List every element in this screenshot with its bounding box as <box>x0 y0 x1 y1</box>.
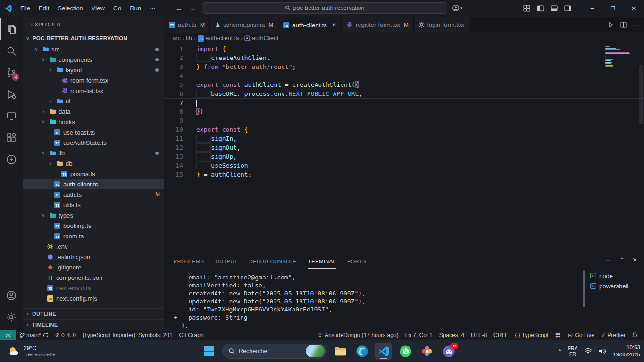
command-center-search[interactable]: poc-better-auth-reservation <box>202 2 447 14</box>
status-problems[interactable]: ⊘ 0 ⚠ 0 <box>55 332 76 338</box>
toggle-secondary-sidebar-icon[interactable] <box>564 5 571 12</box>
code-line-4[interactable]: 4 <box>164 71 644 80</box>
explorer-root-folder[interactable]: ˅ POC-BETTER-AUTH-RESERVATION <box>23 33 164 44</box>
status-language-mode[interactable]: { } TypeScript <box>515 332 548 338</box>
terminal-session-node[interactable]: node <box>586 270 641 281</box>
tree-item-ui[interactable]: ›ui <box>23 96 164 106</box>
tab-login-form.tsx[interactable]: login-form.tsx <box>414 17 469 33</box>
code-line-13[interactable]: 13 signUp, <box>164 152 644 161</box>
panel-tab-terminal[interactable]: TERMINAL <box>308 254 336 269</box>
status-eol[interactable]: CRLF <box>493 332 508 338</box>
activitybar-account[interactable] <box>0 285 23 306</box>
tree-item-auth.ts[interactable]: TSauth.tsM <box>23 189 164 200</box>
profile-dropdown[interactable]: ▾ <box>452 2 463 14</box>
code-line-5[interactable]: 5export const authClient = createAuthCli… <box>164 80 644 89</box>
breadcrumb-item-src[interactable]: src <box>173 35 181 42</box>
menu-more[interactable]: ··· <box>145 3 160 14</box>
taskbar-app-whatsapp[interactable] <box>397 343 414 360</box>
section-timeline[interactable]: ›TIMELINE <box>23 319 164 330</box>
status-git-graph[interactable]: Git Graph <box>179 332 204 338</box>
status-ts-importer[interactable]: [TypeScript Importer]: Symbols: 201 <box>83 332 173 338</box>
terminal-session-powershell[interactable]: powershell <box>586 281 641 291</box>
history-back-icon[interactable]: ← <box>176 4 183 12</box>
activitybar-extensions[interactable] <box>0 127 23 149</box>
tree-item-components.json[interactable]: {}components.json <box>23 272 164 283</box>
code-line-8[interactable]: 8}) <box>164 107 644 116</box>
menu-view[interactable]: View <box>87 3 109 14</box>
tree-item-.eslintrc.json[interactable]: .eslintrc.json <box>23 252 164 262</box>
tab-auth-client.ts[interactable]: TSauth-client.ts✕ <box>278 17 342 33</box>
explorer-more-actions-icon[interactable]: ··· <box>152 22 158 27</box>
taskbar-app-file-explorer[interactable] <box>332 343 349 360</box>
code-line-2[interactable]: 2 createAuthClient <box>164 53 644 62</box>
status-table-ext[interactable] <box>555 333 560 338</box>
tree-item-auth-client.ts[interactable]: TSauth-client.ts <box>23 179 164 189</box>
editor-more-actions-icon[interactable]: ··· <box>633 21 639 28</box>
breadcrumb-item-auth-client.ts[interactable]: TSauth-client.ts <box>198 35 239 42</box>
menu-edit[interactable]: Edit <box>34 3 53 14</box>
section-outline[interactable]: ›OUTLINE <box>23 308 164 319</box>
status-go-live[interactable]: Go Live <box>567 332 594 338</box>
panel-more-icon[interactable]: ··· <box>606 256 612 263</box>
activitybar-run-debug[interactable] <box>0 84 23 105</box>
clock[interactable]: 10:53 19/05/2025 <box>613 344 640 358</box>
terminal-output[interactable]: email: "aristide2@gmail.com", emailVerif… <box>174 273 578 329</box>
activitybar-thunder[interactable] <box>0 149 23 170</box>
tree-item-next-env.d.ts[interactable]: TSnext-env.d.ts <box>23 283 164 293</box>
activitybar-explorer[interactable] <box>0 18 23 40</box>
taskbar-app-photos[interactable] <box>418 343 435 360</box>
tree-item-types[interactable]: ˅types <box>23 210 164 220</box>
code-line-10[interactable]: 10export const { <box>164 125 644 134</box>
activitybar-remote-explorer[interactable] <box>0 105 23 127</box>
status-prettier[interactable]: ✓ Prettier <box>601 332 626 338</box>
minimap[interactable] <box>605 46 636 67</box>
tab-schema.prisma[interactable]: schema.prismaM <box>210 17 278 33</box>
panel-tab-debug-console[interactable]: DEBUG CONSOLE <box>249 254 297 269</box>
minimize-button[interactable]: – <box>582 0 602 17</box>
code-line-1[interactable]: 1import { <box>164 44 644 53</box>
tree-item-.gitignore[interactable]: .gitignore <box>23 262 164 272</box>
tree-item-src[interactable]: ˅src <box>23 44 164 54</box>
tree-item-useAuthState.ts[interactable]: TSuseAuthState.ts <box>23 137 164 148</box>
tree-item-utils.ts[interactable]: TSutils.ts <box>23 200 164 210</box>
taskbar-app-start[interactable] <box>201 343 217 360</box>
status-cursor-position[interactable]: Ln 7, Col 1 <box>405 332 433 338</box>
editor-scrollbar[interactable] <box>639 65 643 124</box>
restore-button[interactable]: ❐ <box>602 0 623 17</box>
status-git-branch[interactable]: main* <box>19 332 49 338</box>
tab-close-icon[interactable]: ✕ <box>332 22 336 28</box>
code-line-15[interactable]: 15} = authClient; <box>164 170 644 179</box>
status-notifications[interactable] <box>632 332 637 338</box>
menu-run[interactable]: Run <box>125 3 145 14</box>
menu-go[interactable]: Go <box>109 3 125 14</box>
tree-item-next.config.mjs[interactable]: JSnext.config.mjs <box>23 293 164 303</box>
taskbar-app-edge[interactable] <box>353 343 370 360</box>
code-line-6[interactable]: 6 baseURL: process.env.NEXT_PUBLIC_APP_U… <box>164 89 644 98</box>
taskbar-search[interactable]: Rechercher <box>222 344 327 359</box>
panel-tab-ports[interactable]: PORTS <box>347 254 366 269</box>
activitybar-settings[interactable] <box>0 306 23 328</box>
toggle-panel-icon[interactable] <box>551 5 558 12</box>
tree-item-.env[interactable]: .env <box>23 241 164 252</box>
wifi-icon[interactable] <box>584 348 592 354</box>
language-indicator[interactable]: FRA FR <box>568 345 577 357</box>
panel-maximize-icon[interactable]: ⌃ <box>619 256 625 263</box>
panel-close-icon[interactable]: ✕ <box>632 256 637 263</box>
volume-icon[interactable] <box>599 348 606 354</box>
panel-tab-output[interactable]: OUTPUT <box>215 254 238 269</box>
tab-auth.ts[interactable]: TSauth.tsM <box>164 17 210 33</box>
tray-overflow-icon[interactable]: ^ <box>559 348 561 354</box>
panel-tab-problems[interactable]: PROBLEMS <box>174 254 204 269</box>
grid-layout-icon[interactable] <box>523 5 530 12</box>
run-file-icon[interactable] <box>608 22 614 28</box>
code-line-11[interactable]: 11 signIn, <box>164 134 644 143</box>
taskbar-app-vscode[interactable] <box>375 343 392 360</box>
status-encoding[interactable]: UTF-8 <box>471 332 487 338</box>
terminal-scrollbar[interactable] <box>583 270 585 307</box>
tab-register-form.tsx[interactable]: register-form.tsxM <box>342 17 414 33</box>
tree-item-booking.ts[interactable]: TSbooking.ts <box>23 220 164 231</box>
breadcrumb-item-authClient[interactable]: authClient <box>244 35 278 42</box>
tree-item-hooks[interactable]: ˅hooks <box>23 117 164 127</box>
menu-selection[interactable]: Selection <box>53 3 87 14</box>
tree-item-db[interactable]: ˅db <box>23 158 164 168</box>
